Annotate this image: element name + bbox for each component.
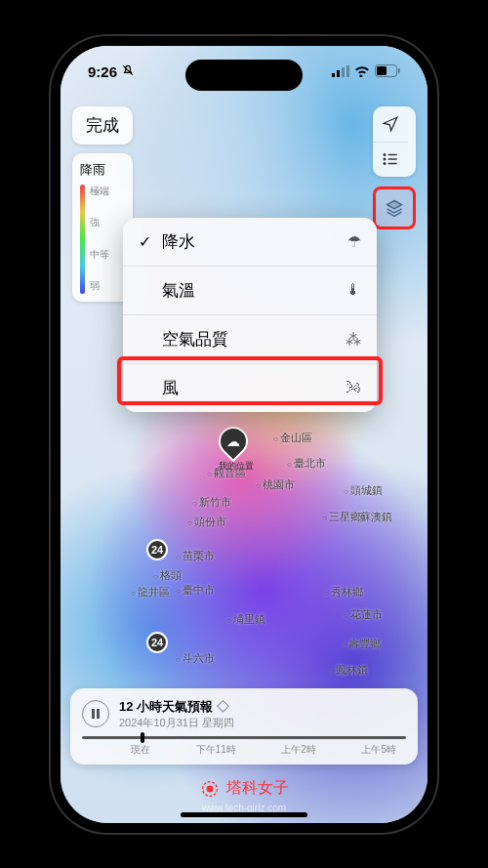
city-label[interactable]: 臺中市 xyxy=(176,583,215,598)
layers-button[interactable] xyxy=(377,190,412,226)
menu-label: 氣溫 xyxy=(162,279,338,302)
temp-badge[interactable]: 24 xyxy=(146,539,168,560)
svg-rect-2 xyxy=(342,67,345,77)
thermometer-icon: 🌡 xyxy=(338,281,361,299)
layer-menu: ✓ 降水 ☂ 氣溫 🌡 空氣品質 ⁂ 風 🌬 xyxy=(123,218,377,412)
pause-button[interactable] xyxy=(82,700,109,727)
city-label[interactable]: 斗六市 xyxy=(176,651,215,666)
menu-item-wind[interactable]: 風 🌬 xyxy=(123,364,377,412)
city-label[interactable]: 花蓮市 xyxy=(344,607,383,622)
umbrella-icon: ☂ xyxy=(338,232,361,251)
my-location-pin[interactable]: ☁ 我的位置 xyxy=(219,427,254,473)
time-label: 下午11時 xyxy=(196,743,236,757)
city-label[interactable]: 新竹市 xyxy=(192,495,231,510)
pin-label: 我的位置 xyxy=(219,460,254,473)
svg-rect-3 xyxy=(346,65,349,77)
particles-icon: ⁂ xyxy=(338,330,361,349)
svg-rect-14 xyxy=(97,709,100,719)
locate-button[interactable] xyxy=(373,106,408,142)
watermark: 塔科女子 xyxy=(199,778,289,800)
legend-color-bar xyxy=(80,185,85,294)
forecast-date: 2024年10月31日 星期四 xyxy=(119,716,406,730)
forecast-title: 12 小時天氣預報 ◇ xyxy=(119,698,406,716)
svg-rect-5 xyxy=(377,66,386,75)
timeline-slider[interactable]: 現在 下午11時 上午2時 上午5時 xyxy=(82,736,406,757)
svg-rect-0 xyxy=(332,73,335,77)
cloud-icon: ☁ xyxy=(226,434,240,449)
menu-item-precipitation[interactable]: ✓ 降水 ☂ xyxy=(123,218,377,267)
svg-rect-1 xyxy=(337,70,340,77)
home-indicator[interactable] xyxy=(181,812,307,817)
city-label[interactable]: 壽豐鄉 xyxy=(342,637,381,651)
layers-button-highlight xyxy=(373,186,416,229)
svg-point-7 xyxy=(384,154,386,156)
city-label[interactable]: 蘇澳鎮 xyxy=(353,510,392,524)
svg-rect-6 xyxy=(398,68,400,73)
time-label: 上午5時 xyxy=(361,743,396,757)
wifi-icon xyxy=(354,63,370,80)
check-icon: ✓ xyxy=(139,232,162,251)
city-label[interactable]: 頭城鎮 xyxy=(344,483,383,498)
phone-frame: 9:26 完成 降雨 xyxy=(49,34,439,835)
city-label[interactable]: 埔里鎮 xyxy=(226,612,265,627)
legend-level: 中等 xyxy=(90,248,109,262)
city-label[interactable]: 頭份市 xyxy=(187,515,226,529)
battery-icon xyxy=(375,63,400,80)
temp-badge[interactable]: 24 xyxy=(146,632,168,653)
time-label: 現在 xyxy=(131,743,150,757)
svg-rect-13 xyxy=(92,709,95,719)
menu-label: 風 xyxy=(162,377,338,399)
city-label[interactable]: 臺北市 xyxy=(287,456,326,471)
legend-title: 降雨 xyxy=(80,161,125,179)
legend-level: 極端 xyxy=(90,185,109,198)
legend-level: 弱 xyxy=(90,279,109,293)
done-button[interactable]: 完成 xyxy=(72,106,133,145)
signal-icon xyxy=(332,63,349,80)
screen: 9:26 完成 降雨 xyxy=(61,46,427,823)
city-label[interactable]: 鳳林鎮 xyxy=(329,663,368,678)
svg-point-11 xyxy=(384,163,386,165)
wind-icon: 🌬 xyxy=(338,379,361,396)
city-label[interactable]: 龍井區 xyxy=(131,585,170,599)
time-label: 上午2時 xyxy=(281,743,316,757)
city-label[interactable]: 金山區 xyxy=(273,431,312,445)
menu-label: 降水 xyxy=(162,230,338,253)
city-label[interactable]: 桃園市 xyxy=(256,477,295,492)
dynamic-island xyxy=(185,60,303,91)
svg-point-9 xyxy=(384,158,386,160)
menu-item-air-quality[interactable]: 空氣品質 ⁂ xyxy=(123,315,377,364)
menu-item-temperature[interactable]: 氣溫 🌡 xyxy=(123,267,377,315)
city-label[interactable]: 秀林鄉 xyxy=(324,585,363,599)
silent-icon xyxy=(121,63,135,80)
map-toolbar xyxy=(373,106,416,229)
svg-point-16 xyxy=(207,786,213,792)
city-label[interactable]: 苗栗市 xyxy=(176,549,215,563)
legend-level: 強 xyxy=(90,216,109,229)
menu-label: 空氣品質 xyxy=(162,328,338,351)
status-time: 9:26 xyxy=(88,63,117,80)
list-button[interactable] xyxy=(373,142,408,177)
city-label[interactable]: 格頭 xyxy=(153,568,182,583)
timeline-thumb[interactable] xyxy=(141,732,144,743)
forecast-bar: 12 小時天氣預報 ◇ 2024年10月31日 星期四 現在 下午11時 上午2… xyxy=(70,688,418,765)
